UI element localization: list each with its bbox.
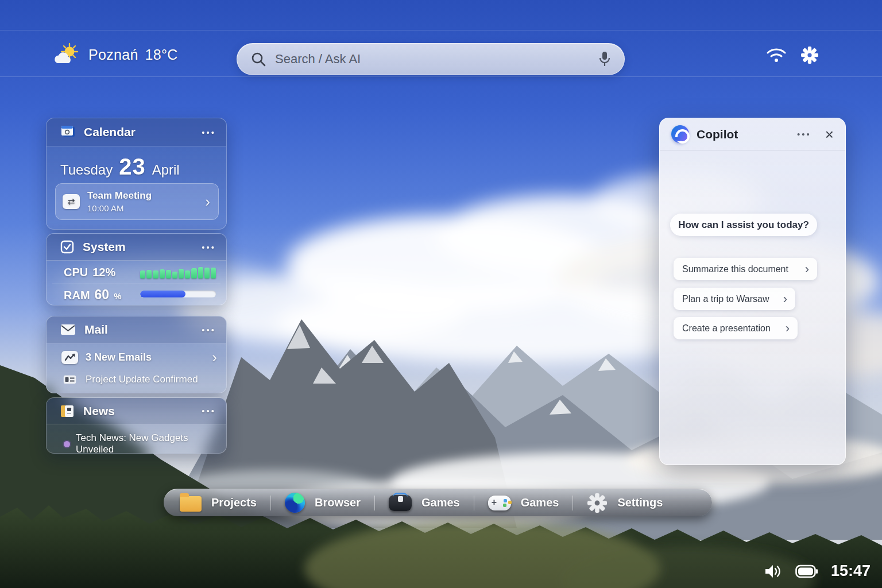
- desktop: Poznań 18°C: [0, 0, 882, 588]
- gamepad-dark-icon: [389, 495, 412, 511]
- cpu-bar: [146, 270, 152, 278]
- email-card-icon: [63, 375, 76, 384]
- calendar-event-item[interactable]: ⇄ Team Meeting 10:00 AM ›: [55, 183, 219, 220]
- taskbar-item-games-light[interactable]: Games: [488, 496, 559, 510]
- clock[interactable]: 15:47: [831, 562, 871, 580]
- system-tray: 15:47: [764, 562, 871, 580]
- latest-email-subject: Project Update Confirmed: [86, 374, 217, 385]
- ram-progress-bar: [140, 291, 216, 297]
- battery-icon[interactable]: [795, 564, 818, 579]
- cpu-bar: [153, 270, 158, 278]
- taskbar-item-label: Browser: [315, 496, 361, 509]
- cpu-bar: [172, 272, 177, 278]
- sun-behind-cloud-icon: [54, 42, 80, 67]
- news-icon: [60, 404, 75, 418]
- suggestion-label: Summarize this document: [682, 264, 798, 274]
- ram-label: RAM: [64, 289, 90, 302]
- news-widget: News ••• Tech News: New Gadgets Unveiled: [46, 397, 227, 454]
- checkbox-icon: [60, 240, 74, 254]
- folder-icon: [180, 496, 202, 512]
- copilot-panel: Copilot ••• × How can I assist you today…: [659, 118, 846, 465]
- taskbar-item-label: Games: [521, 496, 559, 509]
- calendar-widget-title: Calendar: [84, 125, 202, 139]
- suggestion-label: Create a presentation: [682, 323, 779, 334]
- news-bullet-icon: [64, 441, 70, 447]
- taskbar-item-label: Projects: [211, 496, 257, 509]
- wifi-icon[interactable]: [766, 47, 787, 63]
- volume-icon[interactable]: [764, 563, 783, 579]
- cpu-bar-chart: [140, 266, 216, 278]
- news-widget-title: News: [83, 404, 202, 418]
- suggestion-label: Plan a trip to Warsaw: [682, 294, 776, 304]
- cpu-bar: [166, 270, 171, 278]
- microphone-icon[interactable]: [599, 51, 610, 67]
- ram-bar-fill: [140, 291, 185, 297]
- copilot-suggestion-trip[interactable]: Plan a trip to Warsaw ›: [674, 288, 795, 310]
- taskbar: Projects Browser Games Games: [164, 489, 712, 516]
- chevron-right-icon: ›: [783, 293, 787, 305]
- copilot-suggestion-presentation[interactable]: Create a presentation ›: [674, 317, 798, 339]
- search-bar[interactable]: [237, 43, 625, 75]
- envelope-icon: [60, 324, 76, 335]
- system-widget: System ••• CPU 12% RAM 60%: [46, 233, 227, 305]
- mail-widget: Mail ••• 3 New Emails › Pr: [46, 316, 227, 393]
- event-time: 10:00 AM: [87, 203, 198, 213]
- taskbar-item-settings[interactable]: Settings: [587, 493, 663, 513]
- taskbar-separator: [572, 496, 573, 510]
- copilot-title: Copilot: [697, 127, 797, 141]
- close-icon[interactable]: ×: [825, 127, 834, 142]
- taskbar-item-browser[interactable]: Browser: [285, 493, 361, 513]
- more-options-icon[interactable]: •••: [202, 243, 216, 252]
- calendar-month: April: [152, 162, 180, 178]
- calendar-icon: [60, 125, 75, 139]
- taskbar-item-label: Games: [421, 496, 460, 509]
- event-title: Team Meeting: [87, 190, 198, 202]
- cpu-bar: [160, 269, 165, 278]
- topbar-divider-lower: [0, 76, 882, 77]
- cpu-label: CPU: [64, 266, 88, 279]
- weather-temperature: 18°C: [145, 47, 178, 63]
- taskbar-item-projects[interactable]: Projects: [180, 494, 257, 512]
- cpu-value: 12%: [92, 266, 115, 279]
- meeting-icon: ⇄: [63, 194, 80, 209]
- chevron-right-icon: ›: [786, 322, 790, 335]
- taskbar-separator: [474, 496, 474, 510]
- cpu-bar: [140, 270, 145, 278]
- topbar-divider-upper: [0, 30, 882, 30]
- search-input[interactable]: [275, 52, 590, 67]
- search-icon: [251, 52, 266, 67]
- copilot-greeting: How can I assist you today?: [670, 214, 817, 236]
- ram-unit: %: [114, 291, 121, 301]
- news-headline-item[interactable]: Tech News: New Gadgets Unveiled: [64, 432, 217, 454]
- copilot-header: Copilot ••• ×: [660, 118, 845, 150]
- weather-city: Poznań: [88, 47, 138, 63]
- new-emails-count: 3 New Emails: [86, 351, 204, 363]
- latest-email-item[interactable]: Project Update Confirmed: [61, 374, 217, 385]
- more-options-icon[interactable]: •••: [202, 407, 216, 415]
- edge-browser-icon: [285, 493, 305, 513]
- chevron-right-icon: ›: [805, 263, 809, 276]
- more-options-icon[interactable]: •••: [202, 326, 216, 334]
- new-emails-item[interactable]: 3 New Emails ›: [61, 350, 217, 365]
- calendar-day-number: 23: [119, 154, 146, 180]
- copilot-logo-icon: [671, 125, 689, 143]
- copilot-suggestion-summarize[interactable]: Summarize this document ›: [674, 258, 817, 280]
- more-options-icon[interactable]: •••: [202, 128, 216, 137]
- cpu-bar: [211, 268, 216, 278]
- taskbar-separator: [374, 496, 375, 510]
- taskbar-item-games-dark[interactable]: Games: [389, 495, 460, 511]
- cpu-bar: [198, 267, 203, 278]
- chevron-right-icon: ›: [212, 350, 217, 365]
- chevron-right-icon: ›: [205, 194, 210, 209]
- taskbar-separator: [270, 496, 271, 510]
- inbox-chart-icon: [61, 351, 78, 364]
- calendar-day-name: Tuesday: [60, 162, 113, 178]
- cpu-bar: [191, 268, 196, 278]
- gear-icon: [587, 493, 608, 513]
- cpu-bar: [185, 270, 190, 278]
- cpu-bar: [179, 269, 184, 278]
- gear-icon[interactable]: [800, 46, 819, 64]
- calendar-widget: Calendar ••• Tuesday 23 April ⇄ Team Mee…: [46, 118, 227, 230]
- more-options-icon[interactable]: •••: [797, 129, 811, 139]
- taskbar-item-label: Settings: [617, 496, 663, 509]
